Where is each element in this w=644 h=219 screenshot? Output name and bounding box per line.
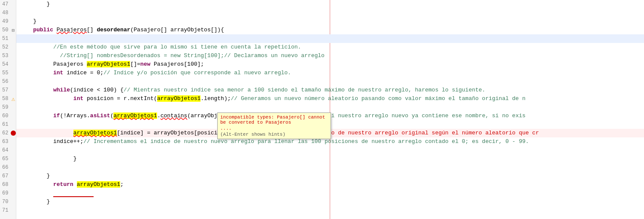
code-line-68: return arrayObjetos1; <box>16 180 644 189</box>
line-num-56: 56 <box>0 79 11 85</box>
gutter-line-52: 52 <box>0 43 16 52</box>
gutter-line-66: 66 <box>0 163 16 172</box>
gutter-line-70: 70 <box>0 198 16 206</box>
code-area[interactable]: } } public Pasajeros[] desordenar(Pasaje… <box>16 0 644 219</box>
line-num-49: 49 <box>0 18 11 24</box>
line-num-66: 66 <box>0 164 11 170</box>
line-num-57: 57 <box>0 87 11 93</box>
gutter-line-67: 67 <box>0 172 16 180</box>
code-line-69 <box>16 189 644 198</box>
gutter-line-65: 65 <box>0 155 16 163</box>
line-num-60: 60 <box>0 113 11 119</box>
code-line-66 <box>16 163 644 172</box>
code-text-57: while(indice < 100) {// Mientras nuestro… <box>20 87 485 93</box>
code-text-54: Pasajeros arrayObjetos1[]=new Pasajeros[… <box>20 61 204 67</box>
line-num-58: 58 <box>0 96 11 102</box>
line-num-52: 52 <box>0 44 11 50</box>
tooltip-ellipsis: .... <box>220 126 328 131</box>
tooltip-error-text: incompatible types: Pasajero[] cannot be… <box>220 115 328 125</box>
code-text-65: } <box>20 155 77 162</box>
gutter-line-47: 47 <box>0 0 16 9</box>
line-num-54: 54 <box>0 61 11 67</box>
line-num-48: 48 <box>0 10 11 16</box>
gutter-line-59: 59 <box>0 103 16 112</box>
code-line-47: } <box>16 0 644 9</box>
code-line-53: //String[] nombresDesordenados = new Str… <box>16 52 644 60</box>
line-number-gutter: 47 48 49 50 ⊟ 51 52 <box>0 0 16 219</box>
gutter-line-71: 71 <box>0 206 16 215</box>
code-line-70: } <box>16 198 644 206</box>
warning-icon-58: ⚠ <box>12 95 15 103</box>
code-line-65: } <box>16 155 644 163</box>
line-num-63: 63 <box>0 139 11 145</box>
tooltip-hint-text: (Alt-Enter shows hints) <box>220 132 328 137</box>
line-num-53: 53 <box>0 53 11 59</box>
gutter-line-50: 50 ⊟ <box>0 26 16 34</box>
code-line-49: } <box>16 17 644 26</box>
code-line-59 <box>16 103 644 112</box>
code-line-50: public Pasajeros[] desordenar(Pasajero[]… <box>16 26 644 34</box>
code-line-71 <box>16 206 644 215</box>
gutter-line-60: 60 <box>0 112 16 120</box>
code-text-63: indice++;// Incrementamos el indice de n… <box>20 138 529 145</box>
line-num-51: 51 <box>0 36 11 42</box>
gutter-line-58: 58 ⚠ <box>0 94 16 103</box>
gutter-icon-62 <box>11 131 16 136</box>
code-text-47: } <box>20 1 50 7</box>
code-text-70: } <box>20 198 50 205</box>
line-num-55: 55 <box>0 70 11 76</box>
code-text-49: } <box>20 18 36 24</box>
code-line-58: int posicion = r.nextInt(arrayObjetos1.l… <box>16 94 644 103</box>
gutter-icon-50[interactable]: ⊟ <box>11 27 16 33</box>
gutter-line-68: 68 <box>0 180 16 189</box>
code-line-51 <box>16 34 644 43</box>
code-text-58: int posicion = r.nextInt(arrayObjetos1.l… <box>20 95 526 102</box>
code-line-48 <box>16 9 644 17</box>
gutter-line-64: 64 <box>0 146 16 155</box>
code-text-55: int indice = 0;// Indice y/o posición qu… <box>20 70 291 76</box>
line-num-69: 69 <box>0 190 11 196</box>
gutter-line-54: 54 <box>0 60 16 69</box>
code-text-68: return arrayObjetos1; <box>20 181 124 188</box>
code-line-54: Pasajeros arrayObjetos1[]=new Pasajeros[… <box>16 60 644 69</box>
code-text-53: //String[] nombresDesordenados = new Str… <box>20 52 325 59</box>
fold-icon-50[interactable]: ⊟ <box>12 27 15 33</box>
error-tooltip: incompatible types: Pasajero[] cannot be… <box>217 113 331 139</box>
code-text-67: } <box>20 173 50 179</box>
line-num-65: 65 <box>0 156 11 162</box>
line-num-67: 67 <box>0 173 11 179</box>
gutter-line-48: 48 <box>0 9 16 17</box>
gutter-line-56: 56 <box>0 77 16 86</box>
code-line-67: } <box>16 172 644 180</box>
code-text-50: public Pasajeros[] desordenar(Pasajero[]… <box>20 27 224 33</box>
line-num-61: 61 <box>0 122 11 128</box>
gutter-line-57: 57 <box>0 86 16 94</box>
gutter-line-53: 53 <box>0 52 16 60</box>
line-num-71: 71 <box>0 207 11 213</box>
code-line-64 <box>16 146 644 155</box>
code-text-52: //En este método que sirve para lo mismo… <box>20 44 301 50</box>
line-num-59: 59 <box>0 104 11 110</box>
gutter-line-55: 55 <box>0 69 16 77</box>
code-line-56 <box>16 77 644 86</box>
code-line-52: //En este método que sirve para lo mismo… <box>16 43 644 52</box>
code-line-57: while(indice < 100) {// Mientras nuestro… <box>16 86 644 94</box>
gutter-line-61: 61 <box>0 120 16 129</box>
code-line-55: int indice = 0;// Indice y/o posición qu… <box>16 69 644 77</box>
line-num-68: 68 <box>0 182 11 188</box>
line-num-64: 64 <box>0 147 11 153</box>
gutter-icon-58: ⚠ <box>11 95 16 103</box>
gutter-line-62: 62 <box>0 129 16 137</box>
line-num-50: 50 <box>0 27 11 33</box>
editor-container: 47 48 49 50 ⊟ 51 52 <box>0 0 644 219</box>
gutter-line-63: 63 <box>0 137 16 146</box>
line-num-47: 47 <box>0 1 11 7</box>
code-text-69 <box>20 190 94 197</box>
line-num-62: 62 <box>0 130 11 136</box>
error-icon-62 <box>11 131 16 136</box>
gutter-line-51: 51 <box>0 34 16 43</box>
gutter-line-49: 49 <box>0 17 16 26</box>
line-num-70: 70 <box>0 199 11 205</box>
gutter-line-69: 69 <box>0 189 16 198</box>
